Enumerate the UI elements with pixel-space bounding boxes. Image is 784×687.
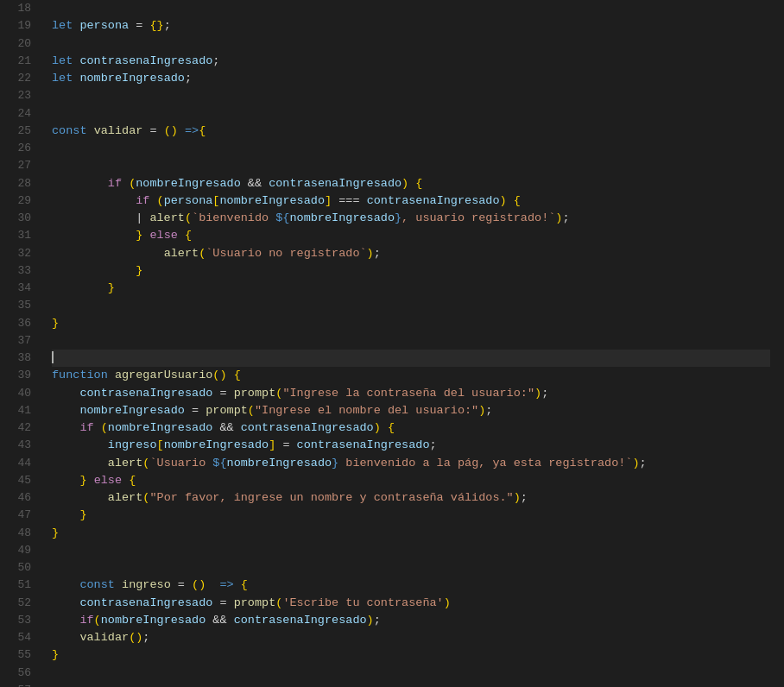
token-kw-if: if xyxy=(136,194,149,207)
token-paren: ( xyxy=(157,194,164,207)
token-plain: = xyxy=(212,387,233,400)
token-plain: ; xyxy=(374,247,381,260)
token-method: alert xyxy=(108,457,143,470)
token-paren: ( xyxy=(248,404,255,417)
line-number: 31 xyxy=(7,227,31,244)
token-var-name: nombreIngresado xyxy=(136,177,241,190)
token-fn-name: validar xyxy=(79,631,129,644)
token-plain xyxy=(52,387,79,400)
code-line xyxy=(52,542,770,559)
code-content[interactable]: let persona = {};let contrasenaIngresado… xyxy=(38,0,784,687)
token-paren: () xyxy=(164,124,178,137)
token-method: alert xyxy=(108,491,143,504)
token-brace: { xyxy=(415,177,422,190)
token-var-name: ingreso xyxy=(108,438,157,451)
token-kw-const: const xyxy=(52,124,87,137)
token-plain: && xyxy=(212,421,240,434)
token-plain: ; xyxy=(485,404,492,417)
token-kw-if: if xyxy=(108,177,122,190)
line-number: 52 xyxy=(7,595,31,612)
line-number: 46 xyxy=(7,489,31,507)
token-plain xyxy=(52,474,79,487)
code-line xyxy=(52,0,770,17)
line-number: 45 xyxy=(7,472,31,489)
token-plain xyxy=(507,194,514,207)
token-plain: = xyxy=(212,596,233,609)
token-plain xyxy=(87,474,94,487)
code-line: nombreIngresado = prompt("Ingrese el nom… xyxy=(52,402,770,419)
token-plain: = xyxy=(129,19,149,32)
code-line xyxy=(52,682,770,687)
line-number: 54 xyxy=(7,629,31,646)
token-tpl-expr: nombreIngresado xyxy=(227,457,332,470)
token-brace: } xyxy=(136,264,142,277)
line-number: 36 xyxy=(7,315,31,332)
token-str-tpl: bienvenido a la pág, ya esta registrado!… xyxy=(338,457,632,470)
token-plain: = xyxy=(142,124,163,137)
token-plain xyxy=(52,177,108,190)
token-plain xyxy=(94,421,101,434)
token-var-name: persona xyxy=(164,194,213,207)
code-line: validar(); xyxy=(52,629,770,646)
code-line: } else { xyxy=(52,472,770,489)
token-method: prompt xyxy=(234,596,276,609)
line-number: 29 xyxy=(7,192,31,210)
token-arrow: => xyxy=(219,578,233,591)
code-line: const ingreso = () => { xyxy=(52,577,770,594)
token-str-dq: "Ingrese la contraseña del usuario:" xyxy=(282,387,534,400)
token-plain: ; xyxy=(374,614,381,627)
line-number: 55 xyxy=(7,646,31,664)
token-plain xyxy=(52,438,108,451)
line-number: 41 xyxy=(7,402,31,419)
token-plain: ; xyxy=(430,438,437,451)
token-plain: = xyxy=(185,404,205,417)
token-plain xyxy=(52,578,79,591)
token-plain xyxy=(52,508,79,521)
token-paren: ( xyxy=(101,421,108,434)
token-brace: { xyxy=(129,474,136,487)
line-number: 42 xyxy=(7,419,31,437)
token-brace: { xyxy=(199,124,205,137)
token-plain: = xyxy=(275,438,296,451)
token-brace: } xyxy=(79,474,86,487)
token-paren: ) xyxy=(367,247,374,260)
token-var-name: contrasenaIngresado xyxy=(241,421,374,434)
token-tpl-punc: } xyxy=(332,457,338,470)
code-line: function agregarUsuario() { xyxy=(52,367,770,384)
token-var-name: nombreIngresado xyxy=(79,72,185,85)
token-str-dq: "Ingrese el nombre del usuario:" xyxy=(255,404,478,417)
token-paren: ) xyxy=(367,614,374,627)
token-fn-name: agregarUsuario xyxy=(115,369,212,381)
token-paren: ) xyxy=(534,387,541,400)
token-kw-const: const xyxy=(79,578,115,591)
token-plain xyxy=(149,194,156,207)
code-line: alert("Por favor, ingrese un nombre y co… xyxy=(52,489,770,507)
token-plain: ; xyxy=(541,387,548,400)
code-line xyxy=(52,350,770,367)
token-method: prompt xyxy=(234,387,276,400)
code-line xyxy=(52,297,770,314)
token-plain: ; xyxy=(185,72,192,85)
code-line: } xyxy=(52,525,770,542)
token-paren: ) xyxy=(514,491,521,504)
token-paren: ) xyxy=(401,177,408,190)
code-line: alert(`Usuario no registrado`); xyxy=(52,245,770,262)
token-plain xyxy=(178,229,185,242)
token-plain: ; xyxy=(562,211,569,224)
code-line xyxy=(52,157,770,174)
code-line xyxy=(52,105,770,123)
token-plain xyxy=(115,578,122,591)
code-line xyxy=(52,140,770,157)
token-plain: && xyxy=(241,177,269,190)
code-line: let persona = {}; xyxy=(52,17,770,35)
token-plain: ; xyxy=(164,19,171,32)
token-paren: ) xyxy=(444,596,451,609)
line-number: 26 xyxy=(7,140,31,157)
code-line xyxy=(52,35,770,53)
token-tpl-punc: ${ xyxy=(275,211,289,224)
token-var-name: nombreIngresado xyxy=(164,438,269,451)
token-plain xyxy=(52,194,136,207)
token-method: alert xyxy=(164,247,199,260)
token-str-dq: "Por favor, ingrese un nombre y contrase… xyxy=(149,491,513,504)
token-fn-name: validar xyxy=(94,124,143,137)
